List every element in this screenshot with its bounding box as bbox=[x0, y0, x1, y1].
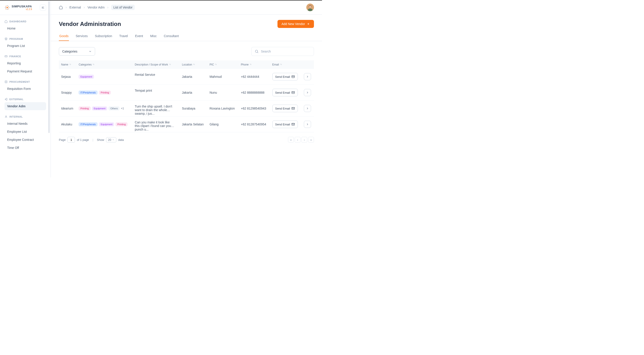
send-email-button[interactable]: Send Email bbox=[272, 120, 298, 128]
cell-action bbox=[302, 85, 314, 101]
column-header[interactable]: PIC bbox=[207, 60, 238, 69]
sidebar-item-internal-needs[interactable]: Internal Needs bbox=[4, 120, 46, 128]
tab-misc[interactable]: Misc bbox=[150, 32, 157, 41]
column-header[interactable]: Name bbox=[59, 60, 76, 69]
sidebar-item-employee-list[interactable]: Employee List bbox=[4, 128, 46, 136]
tab-subscription[interactable]: Subscription bbox=[94, 32, 112, 41]
tab-services[interactable]: Services bbox=[75, 32, 88, 41]
breadcrumb-item[interactable]: External bbox=[69, 5, 81, 9]
cell-email: Send Email bbox=[270, 69, 302, 85]
cell-email: Send Email bbox=[270, 101, 302, 116]
send-email-button[interactable]: Send Email bbox=[272, 89, 298, 96]
button-label: Send Email bbox=[275, 91, 290, 94]
breadcrumb: › External › Vendor Adm › List of Vendor bbox=[59, 5, 135, 10]
section-icon bbox=[4, 20, 8, 23]
page-label: Page bbox=[59, 138, 66, 141]
breadcrumb-item-current: List of Vendor bbox=[111, 5, 135, 10]
chevron-right-icon: › bbox=[107, 5, 108, 9]
nav-heading: PROCUREMENT bbox=[4, 78, 46, 85]
next-page-button[interactable]: › bbox=[302, 137, 307, 143]
search-box[interactable] bbox=[251, 47, 314, 56]
avatar[interactable] bbox=[306, 3, 314, 11]
cell-phone: +62 81287540954 bbox=[238, 116, 270, 132]
topbar: › External › Vendor Adm › List of Vendor bbox=[51, 0, 322, 14]
tab-travel[interactable]: Travel bbox=[119, 32, 128, 41]
button-label: Send Email bbox=[275, 107, 290, 110]
sidebar: SIMPUSKAPA v1.2.9 DASHBOARDHomePROGRAMPr… bbox=[0, 0, 51, 177]
chevron-right-icon: › bbox=[66, 5, 67, 9]
button-label: Send Email bbox=[275, 123, 290, 126]
badge-equipment: Equipment bbox=[99, 122, 114, 126]
sidebar-item-employee-contract[interactable]: Employee Contract bbox=[4, 136, 46, 144]
categories-select[interactable]: Categories bbox=[59, 47, 95, 56]
sidebar-item-time-off[interactable]: Time Off bbox=[4, 144, 46, 152]
show-select[interactable]: 20 bbox=[106, 137, 116, 142]
send-email-button[interactable]: Send Email bbox=[272, 73, 298, 80]
cell-pic: Gilang bbox=[207, 116, 238, 132]
prev-page-button[interactable]: ‹ bbox=[295, 137, 300, 143]
sidebar-header: SIMPUSKAPA v1.2.9 bbox=[0, 0, 50, 15]
nav-heading: PROGRAM bbox=[4, 35, 46, 42]
sort-icon bbox=[169, 63, 171, 65]
cell-action bbox=[302, 116, 314, 132]
sort-icon bbox=[193, 63, 195, 65]
cell-email: Send Email bbox=[270, 116, 302, 132]
sidebar-scrollbar[interactable] bbox=[48, 1, 50, 177]
column-header[interactable]: Phone bbox=[238, 60, 270, 69]
sidebar-item-vendor-adm[interactable]: Vendor Adm bbox=[4, 102, 46, 110]
last-page-button[interactable]: » bbox=[308, 137, 314, 143]
row-detail-button[interactable] bbox=[304, 121, 311, 128]
brand-name: SIMPUSKAPA bbox=[12, 5, 32, 8]
first-page-button[interactable]: « bbox=[288, 137, 294, 143]
tab-event[interactable]: Event bbox=[134, 32, 144, 41]
nav-heading: EXTERNAL bbox=[4, 95, 46, 102]
cell-phone: +62 81298540943 bbox=[238, 101, 270, 116]
column-header[interactable]: Categories bbox=[76, 60, 132, 69]
cell-categories: PrintingEquipmentOthers+1 bbox=[76, 101, 132, 116]
cell-phone: +62 8888888888 bbox=[238, 85, 270, 101]
badge-printing: Printing bbox=[116, 122, 127, 126]
cell-location: Jakarta Selatan bbox=[180, 116, 207, 132]
column-header[interactable]: Location bbox=[180, 60, 207, 69]
tab-consultant[interactable]: Consultant bbox=[163, 32, 179, 41]
sidebar-item-home[interactable]: Home bbox=[4, 24, 46, 32]
table-row: SejasaEquipmentRental ServiceJakartaMahm… bbox=[59, 69, 314, 85]
sidebar-item-reporting[interactable]: Reporting bbox=[4, 59, 46, 67]
of-label: of 1 page bbox=[77, 138, 89, 141]
home-icon[interactable] bbox=[59, 5, 63, 9]
brand-version: v1.2.9 bbox=[12, 8, 32, 10]
add-new-vendor-button[interactable]: Add New Vendor bbox=[278, 20, 314, 28]
section-icon bbox=[4, 98, 8, 101]
section-icon bbox=[4, 115, 8, 118]
svg-line-25 bbox=[257, 52, 258, 53]
section-icon bbox=[4, 37, 8, 40]
cell-pic: Mahmud bbox=[207, 69, 238, 85]
sidebar-item-requisition-form[interactable]: Requisition Form bbox=[4, 85, 46, 93]
cell-action bbox=[302, 69, 314, 85]
row-detail-button[interactable] bbox=[304, 89, 311, 96]
breadcrumb-item[interactable]: Vendor Adm bbox=[88, 5, 104, 9]
column-header-action bbox=[302, 60, 314, 69]
svg-point-24 bbox=[255, 50, 258, 52]
plus-icon bbox=[307, 22, 310, 25]
sort-icon bbox=[250, 63, 252, 65]
sidebar-item-payment-request[interactable]: Payment Request bbox=[4, 67, 46, 75]
chevron-right-icon bbox=[306, 123, 309, 126]
row-detail-button[interactable] bbox=[304, 73, 311, 80]
sidebar-item-program-list[interactable]: Program List bbox=[4, 42, 46, 50]
send-email-button[interactable]: Send Email bbox=[272, 105, 298, 112]
page-input[interactable] bbox=[67, 137, 75, 143]
column-header[interactable]: Email bbox=[270, 60, 302, 69]
badge-more: +1 bbox=[121, 107, 124, 110]
menu-toggle-button[interactable] bbox=[40, 4, 46, 11]
chevron-right-icon: › bbox=[84, 5, 85, 9]
column-header[interactable]: Description / Scope of Work bbox=[132, 60, 180, 69]
tab-goods[interactable]: Goods bbox=[59, 32, 69, 41]
search-input[interactable] bbox=[261, 50, 310, 53]
row-detail-button[interactable] bbox=[304, 105, 311, 112]
cell-description: Turn the ship upsell. I don't want to dr… bbox=[132, 101, 177, 116]
page-title: Vendor Administration bbox=[59, 20, 121, 27]
controls: Categories bbox=[51, 41, 322, 60]
svg-point-1 bbox=[7, 5, 8, 6]
cell-location: Surabaya bbox=[180, 101, 207, 116]
